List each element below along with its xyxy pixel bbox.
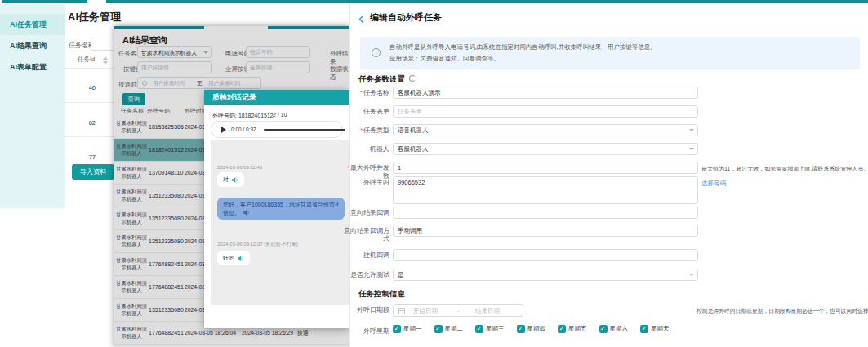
required-mark: * [360, 89, 363, 96]
info-line1: 自动外呼是从外呼导入电话号码,由系统在指定时间内自动呼叫,并收集呼叫结果、用户按… [389, 42, 657, 53]
weekday-checkbox-item[interactable]: ✓星期六 [599, 325, 629, 333]
refresh-icon[interactable] [409, 75, 416, 82]
form-row-task-name: *任务名称 [350, 87, 868, 100]
form-row-intent-callback: 意向结果回调 [350, 207, 868, 220]
date-separator: - [457, 307, 460, 314]
field-label: 外呼星期 [344, 327, 389, 336]
qc-phone-value: 18182401512 [238, 113, 274, 118]
caller-number-textarea[interactable]: 99066532 [393, 176, 698, 204]
chat-timestamp: 2024-03-06 09:12:07 [未识别-不打断] [217, 241, 349, 248]
info-alert: i 自动外呼是从外呼导入电话号码,由系统在指定时间内自动呼叫,并收集呼叫结果、用… [360, 37, 860, 69]
weekday-checkbox-item[interactable]: ✓星期五 [558, 325, 587, 333]
calendar-icon [398, 308, 405, 314]
checkbox-checked-icon[interactable]: ✓ [434, 325, 443, 333]
qc-dialog-title: 质检对话记录 [212, 90, 256, 105]
section-title-task-params: 任务参数设置 [358, 74, 405, 85]
chat-bubble-blue: 您好，客户1000186355，地址甘肃省兰州市七里河区西信息。 [217, 198, 345, 220]
checkbox-checked-icon[interactable]: ✓ [599, 325, 608, 333]
sort-icon[interactable] [103, 56, 108, 65]
weekday-checkbox-item[interactable]: ✓星期一 [393, 325, 422, 333]
end-date-placeholder: 结束日期 [475, 307, 500, 315]
progress-bar[interactable] [264, 129, 345, 131]
date-range-hint: 控制允许外呼的日期或星期，日期段和星期必选一个，也可以同时选择 [697, 307, 868, 315]
robot-select[interactable] [393, 143, 698, 155]
sidebar-item-ai-task-management[interactable]: AI任务管理 [0, 14, 65, 35]
form-row-allow-test: 是否允许测试 [350, 269, 868, 282]
task-id-cell: 77 [71, 153, 96, 161]
task-id-cell: 40 [71, 84, 96, 91]
allow-test-select[interactable] [393, 269, 698, 281]
divider [350, 29, 868, 29]
qc-dialog-header: 质检对话记录 [204, 90, 349, 105]
task-type-select[interactable] [393, 124, 698, 136]
task-id-column-header[interactable]: 任务Id [78, 56, 95, 64]
checkbox-checked-icon[interactable]: ✓ [640, 325, 648, 333]
speaker-icon[interactable] [231, 176, 238, 184]
audio-player[interactable]: 0:00 / 0:32 [211, 121, 343, 138]
weekday-checkbox-item[interactable]: ✓星期三 [475, 325, 505, 333]
weekday-checkbox-item[interactable]: ✓星期四 [517, 325, 546, 333]
edit-outbound-task-page: 编辑自动外呼任务 i 自动外呼是从外呼导入电话号码,由系统在指定时间内自动呼叫,… [349, 4, 868, 347]
date-range-picker[interactable]: 开始日期 - 结束日期 [393, 304, 523, 317]
intent-callback-field[interactable] [393, 207, 698, 219]
sidebar-item-ai-result-query[interactable]: AI结果查询 [0, 35, 65, 56]
weekday-checkboxes: ✓星期一✓星期二✓星期三✓星期四✓星期五✓星期六✓星期天 [393, 325, 682, 333]
import-data-button[interactable]: 导入资料 [72, 164, 114, 180]
chat-bubble-white: 好的 [217, 251, 250, 265]
field-label: 外呼日期段 [344, 306, 389, 314]
checkbox-checked-icon[interactable]: ✓ [475, 325, 483, 333]
top-accent-bar-right [106, 0, 868, 3]
hangup-callback-field[interactable] [393, 249, 698, 261]
weekday-checkbox-item[interactable]: ✓星期二 [434, 325, 464, 333]
task-name-field[interactable] [393, 87, 698, 99]
page-title-edit-task: 编辑自动外呼任务 [370, 11, 442, 24]
checkbox-checked-icon[interactable]: ✓ [517, 325, 525, 333]
field-label: 意向结果回调 [344, 209, 389, 217]
chevron-down-icon [689, 148, 694, 153]
form-row-task-type: *任务类型 [350, 124, 868, 137]
field-label: 挂机回调 [344, 251, 389, 260]
start-date-placeholder: 开始日期 [413, 307, 438, 315]
field-label: 任务表单 [344, 108, 389, 116]
max-concurrency-field[interactable] [393, 162, 698, 174]
weekday-label: 星期一 [403, 325, 422, 333]
weekday-label: 星期天 [651, 325, 670, 333]
weekday-label: 星期四 [527, 325, 546, 333]
checkbox-checked-icon[interactable]: ✓ [393, 325, 401, 333]
chevron-down-icon [689, 129, 694, 134]
weekday-label: 星期五 [568, 325, 587, 333]
app-root: AI任务管理 AI结果查询 AI表单配置 AI任务管理 任务名称 任务Id 40… [0, 0, 868, 347]
field-label: 外呼主叫 [344, 179, 389, 187]
qc-dialog: 质检对话记录 外呼号码: 18182401512 2 / 10 0:00 / 0… [204, 90, 349, 328]
info-icon: i [372, 48, 381, 57]
speaker-icon[interactable] [237, 255, 244, 262]
select-number-link[interactable]: 选择号码 [701, 180, 726, 188]
weekday-checkbox-item[interactable]: ✓星期天 [640, 325, 670, 333]
checkbox-checked-icon[interactable]: ✓ [558, 325, 566, 333]
chevron-down-icon [689, 274, 694, 278]
chat-bubble-white: 对 [217, 172, 244, 187]
form-row-weekdays: 外呼星期 ✓星期一✓星期二✓星期三✓星期四✓星期五✓星期六✓星期天 [350, 325, 868, 338]
intent-callback-mode-select[interactable] [393, 225, 698, 237]
info-line2: 应用场景：欠费语音通知、问卷调查等。 [389, 53, 657, 65]
form-row-intent-callback-mode: 意向结果回调方式 [350, 225, 868, 238]
sidebar-item-ai-form-config[interactable]: AI表单配置 [0, 56, 65, 78]
field-label: 意向结果回调方式 [344, 227, 389, 243]
form-row-max-concurrency: *最大外呼并发数 最大值为11，超过无效，如果需要增加上限,请联系系统管理人员。 [350, 162, 868, 175]
task-form-field[interactable] [393, 105, 698, 118]
form-row-task-form: 任务表单 [350, 105, 868, 118]
chat-area: 2024-03-06 09:11:46对您好，客户1000186355，地址甘肃… [211, 140, 349, 305]
play-icon[interactable] [221, 127, 226, 133]
task-id-cell: 62 [71, 119, 96, 127]
form-row-date-range: 外呼日期段 开始日期 - 结束日期 控制允许外呼的日期或星期，日期段和星期必选一… [350, 304, 868, 317]
back-icon[interactable] [358, 12, 364, 27]
speaker-icon[interactable] [243, 209, 250, 216]
divider [65, 102, 114, 103]
field-label: 机器人 [344, 145, 389, 153]
section-title-task-control: 任务控制信息 [358, 289, 405, 300]
weekday-label: 星期三 [486, 325, 505, 333]
max-concurrency-hint: 最大值为11，超过无效，如果需要增加上限,请联系系统管理人员。 [701, 165, 868, 173]
divider [65, 68, 114, 69]
field-label: 是否允许测试 [344, 271, 389, 279]
player-time: 0:00 / 0:32 [231, 127, 256, 132]
